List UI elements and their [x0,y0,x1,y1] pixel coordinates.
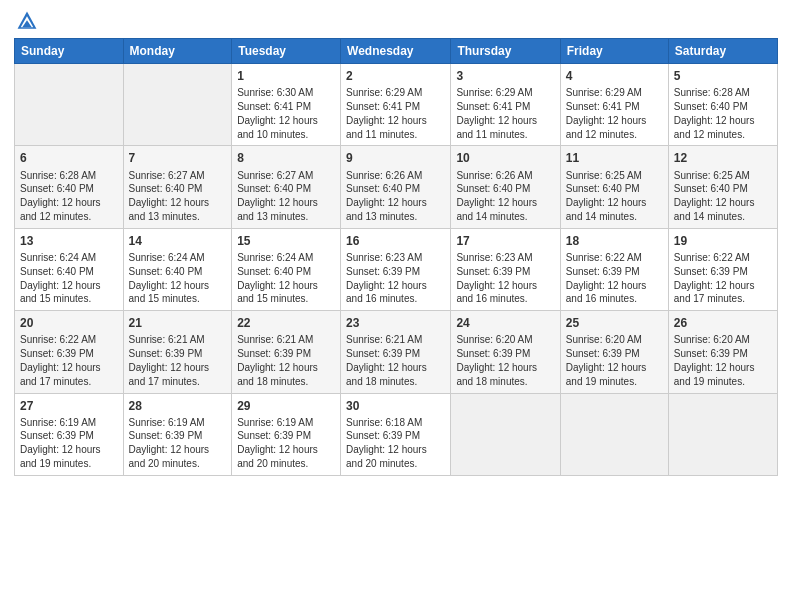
calendar-cell: 19Sunrise: 6:22 AM Sunset: 6:39 PM Dayli… [668,228,777,310]
calendar-table: SundayMondayTuesdayWednesdayThursdayFrid… [14,38,778,476]
day-number: 18 [566,233,663,249]
weekday-header-tuesday: Tuesday [232,39,341,64]
day-info: Sunrise: 6:20 AM Sunset: 6:39 PM Dayligh… [674,333,772,388]
calendar-cell [668,393,777,475]
day-number: 12 [674,150,772,166]
day-number: 5 [674,68,772,84]
day-info: Sunrise: 6:26 AM Sunset: 6:40 PM Dayligh… [346,169,445,224]
calendar-row: 20Sunrise: 6:22 AM Sunset: 6:39 PM Dayli… [15,311,778,393]
calendar-cell: 1Sunrise: 6:30 AM Sunset: 6:41 PM Daylig… [232,64,341,146]
day-info: Sunrise: 6:22 AM Sunset: 6:39 PM Dayligh… [674,251,772,306]
day-info: Sunrise: 6:20 AM Sunset: 6:39 PM Dayligh… [566,333,663,388]
day-info: Sunrise: 6:27 AM Sunset: 6:40 PM Dayligh… [237,169,335,224]
day-info: Sunrise: 6:26 AM Sunset: 6:40 PM Dayligh… [456,169,554,224]
header [14,10,778,32]
calendar-cell: 3Sunrise: 6:29 AM Sunset: 6:41 PM Daylig… [451,64,560,146]
day-number: 23 [346,315,445,331]
day-number: 21 [129,315,227,331]
day-number: 20 [20,315,118,331]
calendar-cell [123,64,232,146]
day-info: Sunrise: 6:27 AM Sunset: 6:40 PM Dayligh… [129,169,227,224]
weekday-header-friday: Friday [560,39,668,64]
calendar-cell: 21Sunrise: 6:21 AM Sunset: 6:39 PM Dayli… [123,311,232,393]
calendar-cell: 4Sunrise: 6:29 AM Sunset: 6:41 PM Daylig… [560,64,668,146]
calendar-cell: 7Sunrise: 6:27 AM Sunset: 6:40 PM Daylig… [123,146,232,228]
logo [14,10,42,32]
day-number: 1 [237,68,335,84]
calendar-cell: 15Sunrise: 6:24 AM Sunset: 6:40 PM Dayli… [232,228,341,310]
day-info: Sunrise: 6:22 AM Sunset: 6:39 PM Dayligh… [566,251,663,306]
calendar-cell: 11Sunrise: 6:25 AM Sunset: 6:40 PM Dayli… [560,146,668,228]
day-number: 17 [456,233,554,249]
calendar-cell: 22Sunrise: 6:21 AM Sunset: 6:39 PM Dayli… [232,311,341,393]
day-number: 8 [237,150,335,166]
day-info: Sunrise: 6:21 AM Sunset: 6:39 PM Dayligh… [346,333,445,388]
calendar-cell: 24Sunrise: 6:20 AM Sunset: 6:39 PM Dayli… [451,311,560,393]
calendar-cell: 13Sunrise: 6:24 AM Sunset: 6:40 PM Dayli… [15,228,124,310]
day-number: 26 [674,315,772,331]
weekday-header-row: SundayMondayTuesdayWednesdayThursdayFrid… [15,39,778,64]
day-number: 7 [129,150,227,166]
calendar-cell: 16Sunrise: 6:23 AM Sunset: 6:39 PM Dayli… [341,228,451,310]
calendar-cell: 23Sunrise: 6:21 AM Sunset: 6:39 PM Dayli… [341,311,451,393]
day-number: 15 [237,233,335,249]
day-info: Sunrise: 6:28 AM Sunset: 6:40 PM Dayligh… [674,86,772,141]
weekday-header-thursday: Thursday [451,39,560,64]
day-info: Sunrise: 6:25 AM Sunset: 6:40 PM Dayligh… [674,169,772,224]
day-number: 25 [566,315,663,331]
day-info: Sunrise: 6:21 AM Sunset: 6:39 PM Dayligh… [129,333,227,388]
day-number: 2 [346,68,445,84]
day-number: 4 [566,68,663,84]
day-number: 27 [20,398,118,414]
day-info: Sunrise: 6:24 AM Sunset: 6:40 PM Dayligh… [237,251,335,306]
day-number: 9 [346,150,445,166]
calendar-cell: 10Sunrise: 6:26 AM Sunset: 6:40 PM Dayli… [451,146,560,228]
day-number: 10 [456,150,554,166]
calendar-cell: 8Sunrise: 6:27 AM Sunset: 6:40 PM Daylig… [232,146,341,228]
day-info: Sunrise: 6:29 AM Sunset: 6:41 PM Dayligh… [566,86,663,141]
calendar-cell [560,393,668,475]
calendar-cell: 29Sunrise: 6:19 AM Sunset: 6:39 PM Dayli… [232,393,341,475]
day-info: Sunrise: 6:23 AM Sunset: 6:39 PM Dayligh… [456,251,554,306]
day-info: Sunrise: 6:19 AM Sunset: 6:39 PM Dayligh… [20,416,118,471]
calendar-cell: 17Sunrise: 6:23 AM Sunset: 6:39 PM Dayli… [451,228,560,310]
day-number: 28 [129,398,227,414]
day-info: Sunrise: 6:23 AM Sunset: 6:39 PM Dayligh… [346,251,445,306]
weekday-header-sunday: Sunday [15,39,124,64]
day-number: 6 [20,150,118,166]
day-info: Sunrise: 6:25 AM Sunset: 6:40 PM Dayligh… [566,169,663,224]
weekday-header-saturday: Saturday [668,39,777,64]
day-number: 16 [346,233,445,249]
day-number: 22 [237,315,335,331]
calendar-cell: 9Sunrise: 6:26 AM Sunset: 6:40 PM Daylig… [341,146,451,228]
day-info: Sunrise: 6:22 AM Sunset: 6:39 PM Dayligh… [20,333,118,388]
day-info: Sunrise: 6:18 AM Sunset: 6:39 PM Dayligh… [346,416,445,471]
calendar-row: 1Sunrise: 6:30 AM Sunset: 6:41 PM Daylig… [15,64,778,146]
calendar-cell: 26Sunrise: 6:20 AM Sunset: 6:39 PM Dayli… [668,311,777,393]
calendar-header: SundayMondayTuesdayWednesdayThursdayFrid… [15,39,778,64]
calendar-cell: 25Sunrise: 6:20 AM Sunset: 6:39 PM Dayli… [560,311,668,393]
day-info: Sunrise: 6:21 AM Sunset: 6:39 PM Dayligh… [237,333,335,388]
day-number: 19 [674,233,772,249]
calendar-row: 13Sunrise: 6:24 AM Sunset: 6:40 PM Dayli… [15,228,778,310]
calendar-cell: 14Sunrise: 6:24 AM Sunset: 6:40 PM Dayli… [123,228,232,310]
calendar-row: 27Sunrise: 6:19 AM Sunset: 6:39 PM Dayli… [15,393,778,475]
day-info: Sunrise: 6:20 AM Sunset: 6:39 PM Dayligh… [456,333,554,388]
day-info: Sunrise: 6:29 AM Sunset: 6:41 PM Dayligh… [346,86,445,141]
day-number: 11 [566,150,663,166]
calendar-cell: 6Sunrise: 6:28 AM Sunset: 6:40 PM Daylig… [15,146,124,228]
day-number: 3 [456,68,554,84]
day-info: Sunrise: 6:19 AM Sunset: 6:39 PM Dayligh… [129,416,227,471]
day-info: Sunrise: 6:24 AM Sunset: 6:40 PM Dayligh… [129,251,227,306]
day-info: Sunrise: 6:29 AM Sunset: 6:41 PM Dayligh… [456,86,554,141]
calendar-body: 1Sunrise: 6:30 AM Sunset: 6:41 PM Daylig… [15,64,778,476]
day-number: 29 [237,398,335,414]
day-number: 30 [346,398,445,414]
day-info: Sunrise: 6:28 AM Sunset: 6:40 PM Dayligh… [20,169,118,224]
day-info: Sunrise: 6:19 AM Sunset: 6:39 PM Dayligh… [237,416,335,471]
weekday-header-wednesday: Wednesday [341,39,451,64]
page: SundayMondayTuesdayWednesdayThursdayFrid… [0,0,792,612]
calendar-cell: 18Sunrise: 6:22 AM Sunset: 6:39 PM Dayli… [560,228,668,310]
day-number: 13 [20,233,118,249]
logo-icon [16,10,38,32]
